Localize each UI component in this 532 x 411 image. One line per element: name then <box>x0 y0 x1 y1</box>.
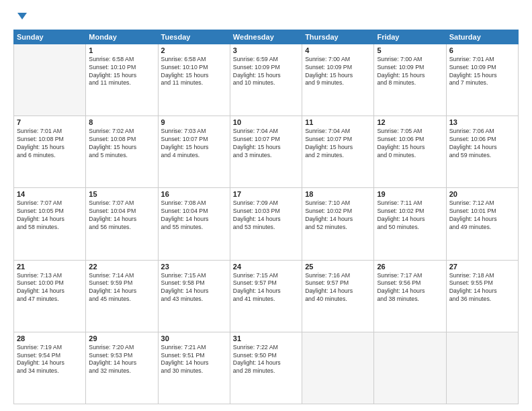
calendar-week-row: 14Sunrise: 7:07 AM Sunset: 10:05 PM Dayl… <box>14 188 519 260</box>
day-number: 11 <box>305 118 371 126</box>
svg-marker-0 <box>17 13 27 19</box>
weekday-header: Saturday <box>446 30 518 44</box>
cell-info: Sunrise: 7:15 AM Sunset: 9:58 PM Dayligh… <box>161 272 227 304</box>
day-number: 4 <box>305 46 371 54</box>
calendar-cell: 7Sunrise: 7:01 AM Sunset: 10:08 PM Dayli… <box>14 116 86 188</box>
weekday-header: Tuesday <box>158 30 230 44</box>
day-number: 1 <box>89 46 154 54</box>
calendar-week-row: 1Sunrise: 6:58 AM Sunset: 10:10 PM Dayli… <box>14 44 519 116</box>
cell-info: Sunrise: 7:04 AM Sunset: 10:07 PM Daylig… <box>305 128 371 160</box>
day-number: 6 <box>449 46 515 54</box>
calendar-cell: 8Sunrise: 7:02 AM Sunset: 10:08 PM Dayli… <box>86 116 158 188</box>
day-number: 30 <box>161 334 227 342</box>
day-number: 14 <box>17 190 83 198</box>
calendar-cell: 25Sunrise: 7:16 AM Sunset: 9:57 PM Dayli… <box>302 260 374 332</box>
cell-info: Sunrise: 7:02 AM Sunset: 10:08 PM Daylig… <box>89 128 154 160</box>
day-number: 26 <box>377 263 443 271</box>
calendar-cell: 23Sunrise: 7:15 AM Sunset: 9:58 PM Dayli… <box>158 260 230 332</box>
cell-info: Sunrise: 7:00 AM Sunset: 10:09 PM Daylig… <box>377 56 443 88</box>
day-number: 18 <box>305 190 371 198</box>
calendar-cell <box>14 44 86 116</box>
day-number: 13 <box>449 118 515 126</box>
calendar-cell: 22Sunrise: 7:14 AM Sunset: 9:59 PM Dayli… <box>86 260 158 332</box>
calendar-cell <box>302 332 374 404</box>
calendar-cell: 10Sunrise: 7:04 AM Sunset: 10:07 PM Dayl… <box>230 116 302 188</box>
cell-info: Sunrise: 7:01 AM Sunset: 10:08 PM Daylig… <box>17 128 83 160</box>
cell-info: Sunrise: 6:58 AM Sunset: 10:10 PM Daylig… <box>161 56 227 88</box>
cell-info: Sunrise: 6:59 AM Sunset: 10:09 PM Daylig… <box>233 56 299 88</box>
cell-info: Sunrise: 7:15 AM Sunset: 9:57 PM Dayligh… <box>233 272 299 304</box>
day-number: 25 <box>305 263 371 271</box>
cell-info: Sunrise: 7:05 AM Sunset: 10:06 PM Daylig… <box>377 128 443 160</box>
day-number: 28 <box>17 334 83 342</box>
calendar-cell <box>446 332 518 404</box>
header <box>13 11 519 24</box>
weekday-header: Monday <box>86 30 158 44</box>
calendar-cell: 28Sunrise: 7:19 AM Sunset: 9:54 PM Dayli… <box>14 332 86 404</box>
weekday-header: Wednesday <box>230 30 302 44</box>
cell-info: Sunrise: 7:06 AM Sunset: 10:06 PM Daylig… <box>449 128 515 160</box>
calendar-cell: 26Sunrise: 7:17 AM Sunset: 9:56 PM Dayli… <box>374 260 446 332</box>
logo-arrow-icon <box>15 7 30 22</box>
calendar-cell: 31Sunrise: 7:22 AM Sunset: 9:50 PM Dayli… <box>230 332 302 404</box>
calendar-cell: 21Sunrise: 7:13 AM Sunset: 10:00 PM Dayl… <box>14 260 86 332</box>
calendar-cell: 24Sunrise: 7:15 AM Sunset: 9:57 PM Dayli… <box>230 260 302 332</box>
day-number: 19 <box>377 190 443 198</box>
cell-info: Sunrise: 7:21 AM Sunset: 9:51 PM Dayligh… <box>161 344 227 376</box>
calendar-cell: 4Sunrise: 7:00 AM Sunset: 10:09 PM Dayli… <box>302 44 374 116</box>
calendar-cell: 27Sunrise: 7:18 AM Sunset: 9:55 PM Dayli… <box>446 260 518 332</box>
calendar-cell: 14Sunrise: 7:07 AM Sunset: 10:05 PM Dayl… <box>14 188 86 260</box>
calendar-cell: 3Sunrise: 6:59 AM Sunset: 10:09 PM Dayli… <box>230 44 302 116</box>
cell-info: Sunrise: 7:04 AM Sunset: 10:07 PM Daylig… <box>233 128 299 160</box>
calendar-cell: 11Sunrise: 7:04 AM Sunset: 10:07 PM Dayl… <box>302 116 374 188</box>
logo <box>13 11 30 24</box>
cell-info: Sunrise: 7:19 AM Sunset: 9:54 PM Dayligh… <box>17 344 83 376</box>
calendar-cell: 6Sunrise: 7:01 AM Sunset: 10:09 PM Dayli… <box>446 44 518 116</box>
day-number: 9 <box>161 118 227 126</box>
day-number: 2 <box>161 46 227 54</box>
cell-info: Sunrise: 7:00 AM Sunset: 10:09 PM Daylig… <box>305 56 371 88</box>
weekday-header: Sunday <box>14 30 86 44</box>
day-number: 22 <box>89 263 154 271</box>
day-number: 21 <box>17 263 83 271</box>
calendar-cell: 13Sunrise: 7:06 AM Sunset: 10:06 PM Dayl… <box>446 116 518 188</box>
cell-info: Sunrise: 7:03 AM Sunset: 10:07 PM Daylig… <box>161 128 227 160</box>
calendar-week-row: 21Sunrise: 7:13 AM Sunset: 10:00 PM Dayl… <box>14 260 519 332</box>
day-number: 8 <box>89 118 154 126</box>
cell-info: Sunrise: 7:18 AM Sunset: 9:55 PM Dayligh… <box>449 272 515 304</box>
day-number: 27 <box>449 263 515 271</box>
calendar-cell: 20Sunrise: 7:12 AM Sunset: 10:01 PM Dayl… <box>446 188 518 260</box>
cell-info: Sunrise: 7:16 AM Sunset: 9:57 PM Dayligh… <box>305 272 371 304</box>
calendar-cell: 16Sunrise: 7:08 AM Sunset: 10:04 PM Dayl… <box>158 188 230 260</box>
day-number: 23 <box>161 263 227 271</box>
cell-info: Sunrise: 7:12 AM Sunset: 10:01 PM Daylig… <box>449 199 515 232</box>
day-number: 10 <box>233 118 299 126</box>
day-number: 31 <box>233 334 299 342</box>
calendar-week-row: 28Sunrise: 7:19 AM Sunset: 9:54 PM Dayli… <box>14 332 519 404</box>
day-number: 29 <box>89 334 154 342</box>
cell-info: Sunrise: 7:01 AM Sunset: 10:09 PM Daylig… <box>449 56 515 88</box>
calendar-cell: 30Sunrise: 7:21 AM Sunset: 9:51 PM Dayli… <box>158 332 230 404</box>
cell-info: Sunrise: 7:17 AM Sunset: 9:56 PM Dayligh… <box>377 272 443 304</box>
calendar-page: SundayMondayTuesdayWednesdayThursdayFrid… <box>0 0 532 411</box>
cell-info: Sunrise: 7:07 AM Sunset: 10:04 PM Daylig… <box>89 199 154 232</box>
cell-info: Sunrise: 7:08 AM Sunset: 10:04 PM Daylig… <box>161 199 227 232</box>
calendar-cell: 18Sunrise: 7:10 AM Sunset: 10:02 PM Dayl… <box>302 188 374 260</box>
cell-info: Sunrise: 7:09 AM Sunset: 10:03 PM Daylig… <box>233 199 299 232</box>
calendar-header-row: SundayMondayTuesdayWednesdayThursdayFrid… <box>14 30 519 44</box>
calendar-cell: 19Sunrise: 7:11 AM Sunset: 10:02 PM Dayl… <box>374 188 446 260</box>
day-number: 24 <box>233 263 299 271</box>
calendar-cell: 12Sunrise: 7:05 AM Sunset: 10:06 PM Dayl… <box>374 116 446 188</box>
day-number: 15 <box>89 190 154 198</box>
calendar-cell: 2Sunrise: 6:58 AM Sunset: 10:10 PM Dayli… <box>158 44 230 116</box>
cell-info: Sunrise: 7:14 AM Sunset: 9:59 PM Dayligh… <box>89 272 154 304</box>
calendar-cell: 1Sunrise: 6:58 AM Sunset: 10:10 PM Dayli… <box>86 44 158 116</box>
day-number: 20 <box>449 190 515 198</box>
weekday-header: Thursday <box>302 30 374 44</box>
day-number: 12 <box>377 118 443 126</box>
calendar-cell: 29Sunrise: 7:20 AM Sunset: 9:53 PM Dayli… <box>86 332 158 404</box>
calendar-cell: 9Sunrise: 7:03 AM Sunset: 10:07 PM Dayli… <box>158 116 230 188</box>
calendar-cell: 5Sunrise: 7:00 AM Sunset: 10:09 PM Dayli… <box>374 44 446 116</box>
day-number: 17 <box>233 190 299 198</box>
day-number: 7 <box>17 118 83 126</box>
